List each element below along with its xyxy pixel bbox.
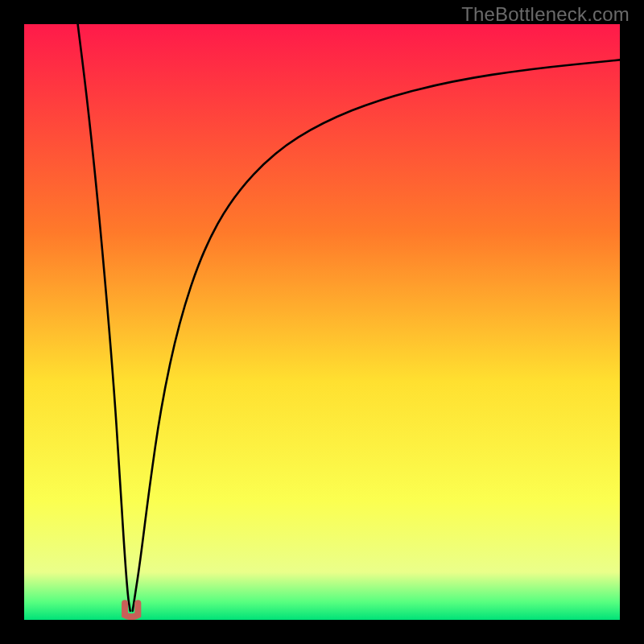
watermark-text: TheBottleneck.com <box>461 3 630 26</box>
gradient-background <box>24 24 620 620</box>
chart-svg <box>24 24 620 620</box>
chart-frame: TheBottleneck.com <box>0 0 644 644</box>
plot-area <box>24 24 620 620</box>
